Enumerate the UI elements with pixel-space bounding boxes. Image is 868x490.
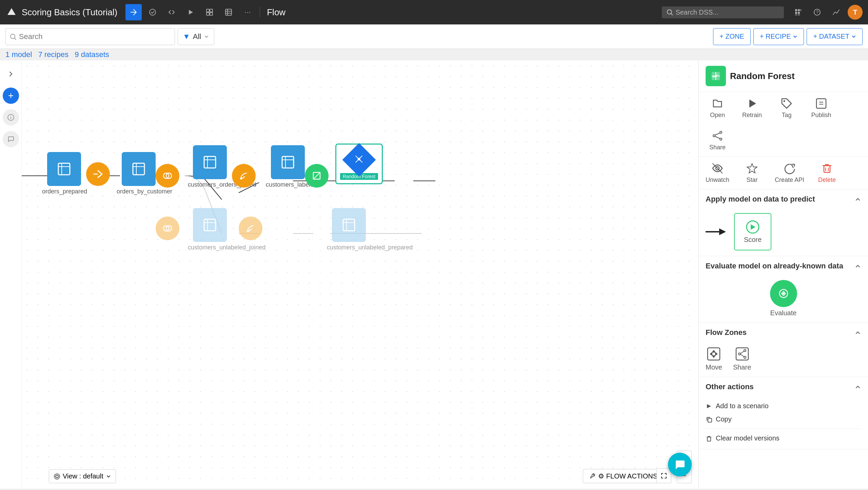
apply-model-section-header[interactable]: Apply model on data to predict	[699, 189, 868, 209]
node-customers-unlabeled-joined[interactable]: customers_unlabeled_joined	[188, 208, 232, 251]
filter-dropdown[interactable]: ▼ All	[178, 28, 214, 45]
node-orders-by-customer[interactable]: orders_by_customer	[117, 152, 161, 195]
expand-btn[interactable]	[656, 468, 671, 483]
add-dataset-button[interactable]: + DATASET	[807, 28, 863, 45]
node-customers-labeled[interactable]: customers_labeled	[266, 145, 310, 188]
score-button[interactable]: Score	[734, 213, 771, 250]
more-icon-btn[interactable]: ···	[239, 4, 256, 20]
apply-model-section: Apply model on data to predict Score	[699, 189, 868, 256]
flow-canvas[interactable]: orders_prepared orders_by_customer	[0, 60, 698, 489]
publish-icon	[815, 97, 827, 110]
join-circle2-faded[interactable]	[156, 216, 179, 240]
tag-action[interactable]: Tag	[775, 97, 798, 119]
dataset-box-orders-prepared[interactable]	[47, 152, 81, 186]
flow-search-box[interactable]	[5, 28, 175, 45]
prepare-icon-btn[interactable]	[144, 4, 161, 20]
unwatch-icon	[711, 162, 724, 174]
delete-action[interactable]: Delete	[815, 162, 839, 184]
open-label: Open	[710, 112, 725, 119]
dataset-count-link[interactable]: 9 datasets	[75, 50, 109, 59]
node-orders-prepared[interactable]: orders_prepared	[42, 152, 86, 195]
other-actions-section: Other actions Add to a scenario Copy	[699, 377, 868, 449]
apply-model-title: Apply model on data to predict	[706, 195, 815, 204]
global-search-box[interactable]	[662, 6, 784, 18]
move-action[interactable]: Move	[706, 346, 722, 371]
create-api-icon	[784, 162, 796, 174]
create-api-action[interactable]: Create API	[775, 162, 804, 184]
node-customers-orders-joined[interactable]: customers_orders_joined	[188, 145, 232, 188]
clear-versions-icon	[706, 435, 712, 442]
svg-point-1	[150, 9, 156, 15]
svg-line-12	[671, 14, 673, 15]
node-join1[interactable]	[156, 164, 179, 188]
flow-zones-header[interactable]: Flow Zones	[699, 323, 868, 342]
view-selector[interactable]: View : default	[49, 469, 116, 483]
svg-line-71	[715, 136, 720, 138]
dataset-box-orders-by-customer[interactable]	[122, 152, 156, 186]
clear-versions-action[interactable]: Clear model versions	[706, 433, 861, 444]
random-forest-box[interactable]: Random Forest	[335, 144, 383, 184]
view-chevron-icon	[106, 474, 111, 479]
dashboard-icon-btn[interactable]	[201, 4, 218, 20]
add-zone-button[interactable]: + ZONE	[713, 28, 751, 45]
search-icon	[10, 33, 16, 40]
dataset-box-unlabeled-prepared[interactable]	[332, 208, 366, 242]
add-node-btn[interactable]	[3, 88, 19, 104]
table-icon-btn[interactable]	[220, 4, 237, 20]
join-circle1[interactable]	[156, 164, 179, 188]
code-icon-btn[interactable]	[163, 4, 180, 20]
svg-marker-81	[751, 224, 755, 230]
evaluate-item[interactable]: Evaluate	[706, 280, 861, 317]
model-count-link[interactable]: 1 model	[5, 50, 32, 59]
chat-bubble-btn[interactable]	[668, 453, 692, 476]
flow-icon-btn[interactable]	[125, 4, 142, 20]
view-icon	[54, 473, 60, 479]
grid-icon-btn[interactable]	[791, 5, 806, 20]
view-label: View : default	[63, 472, 103, 480]
node-random-forest[interactable]: Random Forest	[335, 144, 383, 184]
flow-search-input[interactable]	[19, 32, 171, 41]
ml-circle[interactable]	[305, 164, 329, 188]
dataset-box-unlabeled-joined[interactable]	[193, 208, 227, 242]
info-btn[interactable]	[3, 109, 19, 126]
user-avatar[interactable]: T	[848, 5, 863, 20]
node-brush-faded[interactable]	[239, 216, 262, 240]
other-actions-header[interactable]: Other actions	[699, 377, 868, 397]
recipe-circle-transform[interactable]	[86, 162, 110, 186]
comment-btn[interactable]	[3, 131, 19, 147]
evaluate-section-header[interactable]: Evaluate model on already-known data	[699, 256, 868, 276]
flow-zones-collapse-icon	[854, 329, 861, 336]
evaluate-section: Evaluate model on already-known data Eva…	[699, 256, 868, 323]
copy-action[interactable]: Copy	[706, 414, 861, 425]
node-recipe-transform[interactable]	[86, 162, 110, 186]
node-brush-recipe[interactable]	[232, 164, 256, 188]
recipe-count-link[interactable]: 7 recipes	[38, 50, 68, 59]
app-logo[interactable]	[5, 6, 18, 18]
node-customers-unlabeled-prepared[interactable]: customers_unlabeled_prepared	[327, 208, 371, 251]
publish-action[interactable]: Publish	[809, 97, 833, 119]
star-action[interactable]: Star	[740, 162, 764, 184]
unwatch-action[interactable]: Unwatch	[706, 162, 729, 184]
dataset-box-customers-labeled[interactable]	[271, 145, 305, 179]
svg-point-55	[247, 230, 249, 232]
add-recipe-button[interactable]: + RECIPE	[753, 28, 804, 45]
flow-zones-section: Flow Zones Move Share	[699, 323, 868, 377]
brush-circle-faded[interactable]	[239, 216, 262, 240]
collapse-arrow-btn[interactable]	[3, 66, 19, 82]
add-to-scenario-action[interactable]: Add to a scenario	[706, 401, 861, 411]
retrain-action[interactable]: Retrain	[740, 97, 764, 119]
global-search-input[interactable]	[675, 8, 779, 16]
play-icon-btn[interactable]	[182, 4, 199, 20]
open-action[interactable]: Open	[706, 97, 729, 119]
help-icon-btn[interactable]: ?	[810, 5, 825, 20]
node-join2[interactable]	[156, 216, 179, 240]
share-action[interactable]: Share	[706, 130, 729, 151]
sidebar-model-title: Random Forest	[730, 71, 795, 81]
node-ml-recipe[interactable]	[305, 164, 329, 188]
dataset-box-customers-orders-joined[interactable]	[193, 145, 227, 179]
sidebar-primary-actions: Open Retrain Tag Publish Share	[699, 92, 868, 157]
move-label: Move	[706, 363, 722, 371]
analytics-icon-btn[interactable]	[829, 5, 844, 20]
share-zone-action[interactable]: Share	[733, 346, 751, 371]
brush-circle[interactable]	[232, 164, 256, 188]
